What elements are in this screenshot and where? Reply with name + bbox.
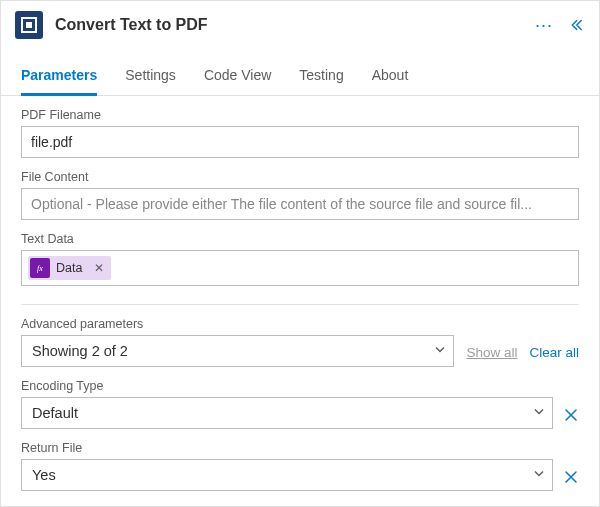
encoding-type-select[interactable]: Default (21, 397, 553, 429)
dynamic-content-token[interactable]: fx Data ✕ (28, 256, 111, 280)
more-menu-button[interactable]: ··· (535, 16, 553, 34)
show-all-link[interactable]: Show all (466, 345, 517, 367)
advanced-parameters-select[interactable]: Showing 2 of 2 (21, 335, 454, 367)
return-file-label: Return File (21, 441, 553, 455)
text-data-label: Text Data (21, 232, 579, 246)
connector-icon (15, 11, 43, 39)
svg-text:fx: fx (37, 264, 43, 273)
encoding-remove-button[interactable] (563, 407, 579, 429)
advanced-parameters-label: Advanced parameters (21, 317, 454, 331)
token-label: Data (56, 261, 84, 275)
tab-about[interactable]: About (372, 67, 409, 96)
panel-title: Convert Text to PDF (55, 16, 535, 34)
encoding-type-value: Default (32, 405, 78, 421)
advanced-summary-text: Showing 2 of 2 (32, 343, 128, 359)
file-content-label: File Content (21, 170, 579, 184)
return-file-value: Yes (32, 467, 56, 483)
tab-settings[interactable]: Settings (125, 67, 176, 96)
encoding-type-label: Encoding Type (21, 379, 553, 393)
section-divider (21, 304, 579, 305)
fx-icon: fx (30, 258, 50, 278)
file-content-input[interactable] (21, 188, 579, 220)
pdf-filename-label: PDF Filename (21, 108, 579, 122)
svg-rect-1 (26, 22, 32, 28)
token-remove-button[interactable]: ✕ (90, 261, 108, 275)
tab-testing[interactable]: Testing (299, 67, 343, 96)
tab-codeview[interactable]: Code View (204, 67, 271, 96)
panel-body: PDF Filename File Content Text Data fx D… (1, 96, 599, 507)
tab-bar: Parameters Settings Code View Testing Ab… (1, 49, 599, 96)
return-file-remove-button[interactable] (563, 469, 579, 491)
panel-header: Convert Text to PDF ··· (1, 1, 599, 49)
tab-parameters[interactable]: Parameters (21, 67, 97, 96)
text-data-input[interactable]: fx Data ✕ (21, 250, 579, 286)
return-file-select[interactable]: Yes (21, 459, 553, 491)
pdf-filename-input[interactable] (21, 126, 579, 158)
clear-all-link[interactable]: Clear all (529, 345, 579, 367)
collapse-button[interactable] (567, 16, 585, 34)
action-panel: Convert Text to PDF ··· Parameters Setti… (0, 0, 600, 507)
